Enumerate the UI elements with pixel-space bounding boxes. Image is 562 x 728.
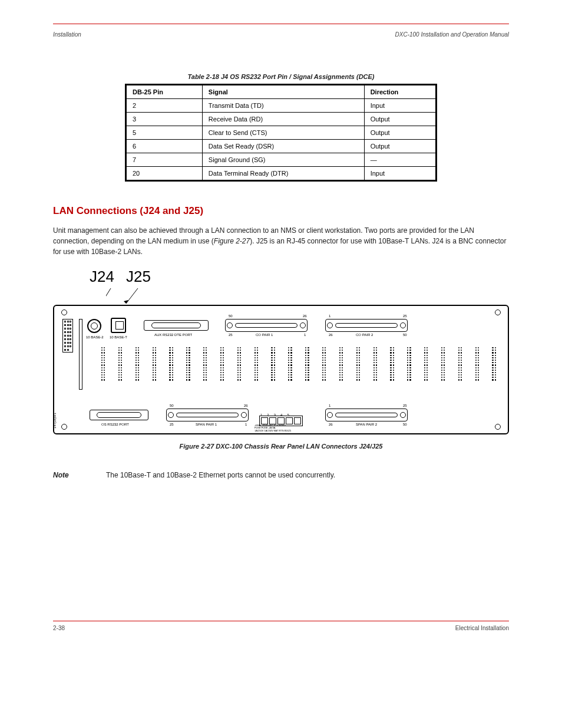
table-row: 7Signal Ground (SG)—	[126, 153, 437, 167]
running-header: Installation DXC-100 Installation and Op…	[53, 31, 509, 38]
table-row: 20Data Terminal Ready (DTR)Input	[126, 167, 437, 181]
pin-stack	[62, 319, 73, 353]
backplane-pins	[101, 347, 496, 394]
table-row: 5Clear to Send (CTS)Output	[126, 126, 437, 140]
callout-arrows-icon	[106, 288, 177, 305]
th-dir: Direction	[364, 85, 436, 99]
figure-side-ref: 14-(16)R1	[53, 413, 57, 429]
db25-connector-icon	[90, 410, 148, 420]
label-10baset: 10 BASE-T	[110, 335, 127, 339]
footer-page-number: 2-38	[53, 625, 65, 631]
table-title: Table 2-18 J4 OS RS232 Port Pin / Signal…	[53, 73, 509, 80]
svg-line-0	[106, 288, 111, 304]
svg-line-1	[126, 288, 138, 304]
label-co-pair-2: CO PAIR 2	[356, 333, 373, 337]
screw-icon	[61, 309, 67, 315]
amp50-connector-icon	[225, 319, 308, 332]
th-pin: DB-25 Pin	[126, 85, 203, 99]
th-signal: Signal	[202, 85, 364, 99]
amp50-connector-icon	[325, 409, 408, 421]
pinout-table: DB-25 Pin Signal Direction 2Transmit Dat…	[125, 84, 437, 182]
label-span-pair-2: SPAN PAIR 2	[356, 423, 377, 426]
db25-connector-icon	[144, 320, 209, 331]
label-span-pair-1: SPAN PAIR 1	[196, 423, 217, 426]
header-rule	[53, 24, 509, 24]
screw-icon	[495, 309, 501, 315]
figure-caption: Figure 2-27 DXC-100 Chassis Rear Panel L…	[53, 443, 509, 450]
amp50-connector-icon	[325, 319, 408, 332]
label-j24: J24	[90, 268, 114, 286]
figure-ref: Figure 2-27	[214, 237, 250, 245]
label-10base2: 10 BASE-2	[86, 335, 104, 339]
label-aux-port: AUX RS232 DTE PORT	[154, 333, 192, 337]
label-os-port: OS RS232 PORT	[101, 423, 129, 426]
section-paragraph: Unit management can also be achieved thr…	[53, 225, 509, 257]
fuse-labels: -48VA -48VB BAT RTN FGND FUSE FUSE -48/3…	[254, 424, 291, 432]
table-row: 2Transmit Data (TD)Input	[126, 99, 437, 113]
amp50-connector-icon	[166, 409, 249, 421]
label-j25: J25	[126, 268, 151, 286]
note-label: Note	[53, 471, 82, 479]
section-heading: LAN Connections (J24 and J25)	[53, 205, 509, 217]
note-text: The 10Base-T and 10Base-2 Ethernet ports…	[106, 471, 335, 479]
table-row: 3Receive Data (RD)Output	[126, 113, 437, 126]
rear-panel-figure: 14-(16)R1 10 BASE-2 10 BASE-T AUX RS232 …	[53, 305, 509, 434]
label-co-pair-1: CO PAIR 1	[256, 333, 273, 337]
running-header-left: Installation	[53, 31, 81, 38]
figure-callout-labels: J24 J25	[90, 268, 509, 286]
table-row: 6Data Set Ready (DSR)Output	[126, 140, 437, 153]
bnc-connector-icon	[87, 319, 101, 333]
screw-icon	[61, 424, 67, 430]
vertical-bar	[79, 319, 82, 390]
footer-section: Electrical Installation	[455, 625, 509, 631]
running-header-right: DXC-100 Installation and Operation Manua…	[395, 31, 509, 38]
rj45-connector-icon	[111, 318, 126, 333]
page-footer: 2-38 Electrical Installation	[53, 621, 509, 631]
note-block: Note The 10Base-T and 10Base-2 Ethernet …	[53, 471, 509, 479]
screw-icon	[495, 424, 501, 430]
